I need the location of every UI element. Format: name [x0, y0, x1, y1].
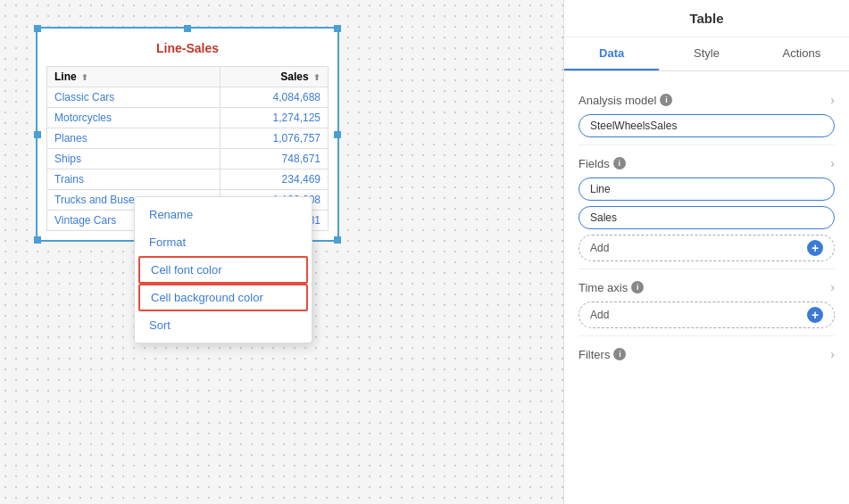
analysis-model-section: Analysis model i › — [578, 93, 835, 107]
fields-chevron[interactable]: › — [830, 156, 835, 170]
canvas-area: Line-Sales Line ⬆ Sales ⬆ Classic Cars 4… — [0, 0, 563, 504]
resize-handle-mr[interactable] — [334, 131, 341, 138]
context-menu-item[interactable]: Cell background color — [138, 284, 308, 311]
resize-handle-br[interactable] — [334, 236, 341, 244]
context-menu: RenameFormatCell font colorCell backgrou… — [134, 196, 312, 343]
filters-chevron[interactable]: › — [830, 347, 835, 361]
resize-handle-ml[interactable] — [34, 131, 41, 138]
context-menu-item[interactable]: Cell font color — [138, 256, 308, 284]
table-row: Ships 748,671 — [47, 149, 329, 169]
panel-title: Table — [564, 0, 849, 37]
field-chip[interactable]: Sales — [578, 206, 835, 229]
divider-2 — [578, 269, 835, 269]
col-header-line[interactable]: Line ⬆ — [47, 67, 221, 87]
divider-3 — [578, 335, 835, 336]
tab-style[interactable]: Style — [659, 37, 753, 70]
filters-section-header: Filters i › — [578, 347, 835, 361]
analysis-model-value[interactable]: SteelWheelsSales — [578, 114, 835, 137]
time-axis-info-icon: i — [631, 281, 644, 293]
sort-icon-sales: ⬆ — [313, 73, 320, 82]
tab-actions[interactable]: Actions — [754, 37, 849, 70]
table-row: Planes 1,076,757 — [47, 128, 329, 149]
cell-line: Motorcycles — [47, 108, 221, 128]
table-row: Motorcycles 1,274,125 — [47, 108, 329, 128]
panel-content: Analysis model i › SteelWheelsSales Fiel… — [564, 71, 849, 504]
resize-handle-tr[interactable] — [334, 25, 341, 32]
add-time-axis-button[interactable]: Add + — [578, 302, 835, 328]
field-chip[interactable]: Line — [578, 178, 835, 201]
cell-line: Trains — [47, 169, 221, 190]
sort-icon-line: ⬆ — [81, 73, 88, 82]
fields-section-header: Fields i › — [578, 156, 835, 170]
resize-handle-tl[interactable] — [34, 25, 41, 32]
fields-info-icon: i — [613, 157, 626, 169]
cell-sales: 1,274,125 — [220, 108, 328, 128]
analysis-model-chevron[interactable]: › — [830, 93, 835, 107]
cell-line: Planes — [47, 128, 221, 149]
cell-line: Classic Cars — [47, 87, 221, 108]
time-axis-chevron[interactable]: › — [830, 280, 835, 294]
filters-label: Filters i — [578, 348, 626, 361]
context-menu-item[interactable]: Format — [135, 228, 312, 256]
resize-handle-tm[interactable] — [184, 25, 191, 32]
table-row: Trains 234,469 — [47, 169, 329, 190]
fields-label: Fields i — [578, 157, 626, 170]
add-field-button[interactable]: Add + — [578, 235, 835, 261]
properties-panel: Table DataStyleActions Analysis model i … — [563, 0, 849, 504]
cell-line: Ships — [47, 149, 221, 169]
panel-tabs: DataStyleActions — [564, 37, 849, 71]
resize-handle-bl[interactable] — [34, 236, 41, 244]
divider-1 — [578, 145, 835, 145]
table-row: Classic Cars 4,084,688 — [47, 87, 329, 108]
time-axis-label: Time axis i — [578, 281, 644, 294]
add-field-plus-icon: + — [807, 240, 823, 256]
context-menu-item[interactable]: Sort — [135, 311, 312, 339]
cell-sales: 234,469 — [220, 169, 328, 190]
cell-sales: 4,084,688 — [220, 87, 328, 108]
cell-sales: 748,671 — [220, 149, 328, 169]
col-header-sales[interactable]: Sales ⬆ — [220, 67, 328, 87]
table-title: Line-Sales — [46, 37, 329, 59]
cell-sales: 1,076,757 — [220, 128, 328, 149]
analysis-model-info-icon: i — [660, 94, 672, 106]
context-menu-item[interactable]: Rename — [135, 201, 312, 228]
analysis-model-label: Analysis model i — [578, 94, 672, 107]
tab-data[interactable]: Data — [564, 37, 659, 70]
fields-list: LineSales — [578, 178, 835, 229]
add-time-axis-plus-icon: + — [807, 307, 823, 323]
filters-info-icon: i — [613, 348, 626, 360]
time-axis-section-header: Time axis i › — [578, 280, 835, 294]
